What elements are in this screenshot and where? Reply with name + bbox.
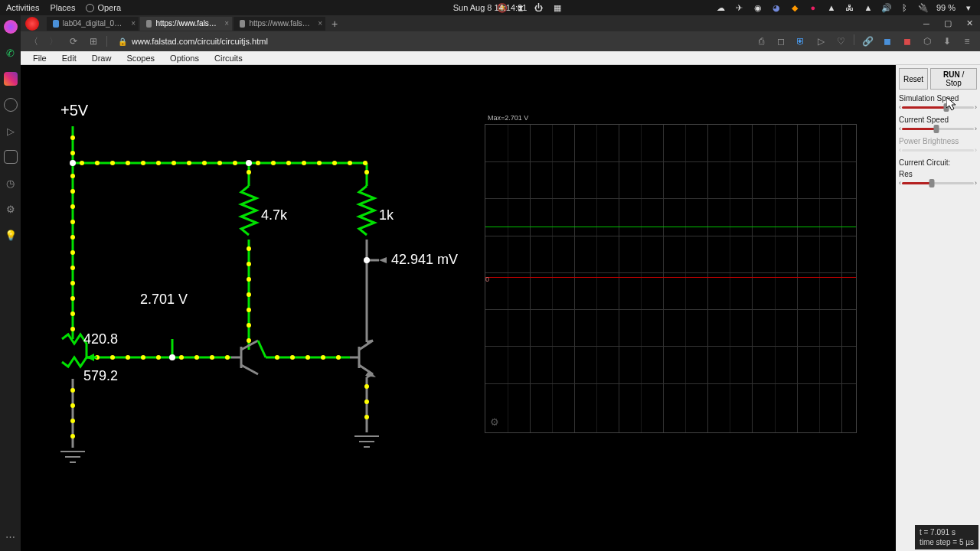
tab-2[interactable]: https://www.falstad.com/ ×: [234, 17, 325, 31]
chevron-left-icon[interactable]: ‹: [899, 103, 901, 111]
clock[interactable]: Sun Aug 8 14:14:01: [453, 3, 528, 12]
discord-icon[interactable]: ◕: [771, 2, 782, 13]
download-icon[interactable]: ⬇: [940, 34, 954, 48]
svg-point-31: [286, 161, 291, 165]
cloud-icon[interactable]: ☁: [716, 2, 727, 13]
status-box: t = 7.091 s time step = 5 µs: [915, 525, 978, 549]
battery[interactable]: 99 %: [936, 3, 956, 12]
svg-point-58: [110, 355, 115, 360]
circuit-label: Current Circuit:: [899, 158, 977, 167]
dock-gear-icon[interactable]: ⚙: [4, 202, 18, 216]
svg-point-59: [126, 355, 130, 360]
chevron-right-icon[interactable]: ›: [975, 179, 977, 187]
chevron-left-icon[interactable]: ‹: [899, 125, 901, 132]
tray-icon-1[interactable]: ◆: [789, 2, 800, 13]
dock-circle-icon[interactable]: [4, 98, 18, 112]
opera-logo-icon[interactable]: [25, 17, 39, 31]
back-button[interactable]: 〈: [27, 34, 41, 48]
telegram-icon[interactable]: ✈: [734, 2, 745, 13]
menu-circuits[interactable]: Circuits: [207, 54, 250, 63]
reload-button[interactable]: ⟳: [67, 34, 80, 48]
bluetooth-icon[interactable]: ᛒ: [900, 2, 910, 13]
network-icon[interactable]: 🖧: [844, 2, 855, 13]
tray-icon-3[interactable]: ▲: [826, 2, 837, 13]
calendar-icon[interactable]: ▦: [552, 2, 563, 13]
plug-icon[interactable]: 🔌: [918, 2, 929, 13]
close-icon[interactable]: ×: [318, 19, 322, 28]
easy-setup-icon[interactable]: ≡: [960, 34, 974, 48]
url-field[interactable]: 🔒 www.falstad.com/circuit/circuitjs.html: [113, 34, 748, 49]
chevron-left-icon[interactable]: ‹: [899, 179, 901, 187]
link-icon[interactable]: 🔗: [861, 34, 874, 48]
maximize-button[interactable]: ▢: [937, 15, 959, 31]
close-icon[interactable]: ×: [131, 19, 136, 28]
svg-point-70: [336, 355, 341, 360]
dock-more-icon[interactable]: ⋯: [4, 530, 18, 543]
close-icon[interactable]: ×: [224, 19, 229, 28]
svg-point-72: [70, 403, 75, 408]
circuit-canvas[interactable]: +5V 4.7k 1k 42.941 mV 2.701 V 420.8 579.…: [21, 65, 980, 551]
url-icon-1[interactable]: ⎙: [754, 34, 768, 48]
dock-bulb-icon[interactable]: 💡: [4, 228, 18, 242]
messenger-icon[interactable]: [4, 20, 18, 34]
ext-icon-2[interactable]: ◼: [900, 34, 914, 48]
minimize-button[interactable]: ─: [916, 15, 937, 31]
label-rtop: 420.8: [83, 331, 118, 347]
tray-icon-2[interactable]: ●: [808, 2, 818, 13]
menu-draw[interactable]: Draw: [84, 54, 119, 63]
activities[interactable]: Activities: [6, 3, 39, 12]
chevron-right-icon[interactable]: ›: [975, 125, 977, 132]
scope-max-label: Max=2.701 V: [488, 114, 528, 122]
svg-point-27: [217, 161, 222, 165]
scope-trace-green: [485, 227, 856, 227]
instagram-icon[interactable]: [4, 72, 18, 86]
svg-line-88: [367, 341, 373, 342]
menu-file[interactable]: File: [25, 54, 54, 63]
circuit-app: File Edit Draw Scopes Options Circuits: [21, 51, 980, 551]
opera-menu[interactable]: Opera: [86, 3, 121, 12]
dock-clock-icon[interactable]: ◷: [4, 176, 18, 190]
camera-icon[interactable]: ◻: [774, 34, 788, 48]
apps-button[interactable]: ⊞: [87, 34, 100, 48]
menu-edit[interactable]: Edit: [54, 54, 84, 63]
wifi-icon[interactable]: ▲: [863, 2, 874, 13]
scope[interactable]: Max=2.701 V: [485, 124, 857, 433]
svg-point-16: [70, 135, 75, 140]
sim-speed-slider[interactable]: ‹ ›: [899, 103, 977, 111]
svg-point-23: [156, 161, 161, 165]
label-r1: 4.7k: [261, 207, 287, 223]
shield-icon[interactable]: ⛨: [794, 34, 808, 48]
volume-icon[interactable]: 🔊: [881, 2, 892, 13]
steam-icon[interactable]: ◉: [753, 2, 763, 13]
menu-bar: File Edit Draw Scopes Options Circuits: [21, 51, 980, 65]
heart-icon[interactable]: ♡: [834, 34, 848, 48]
tab-1[interactable]: https://www.falstad.com/ ×: [140, 17, 232, 31]
menu-scopes[interactable]: Scopes: [119, 54, 162, 63]
forward-button[interactable]: 〉: [47, 34, 60, 48]
favicon-icon: [53, 20, 59, 28]
menu-options[interactable]: Options: [162, 54, 207, 63]
cube-icon[interactable]: ⬡: [920, 34, 934, 48]
run-stop-button[interactable]: RUN / Stop: [930, 68, 977, 90]
tab-add-button[interactable]: +: [327, 18, 342, 30]
dock-square-icon[interactable]: [4, 150, 18, 164]
close-window-button[interactable]: ✕: [959, 15, 980, 31]
res-slider[interactable]: ‹ ›: [899, 179, 977, 187]
chevron-right-icon[interactable]: ›: [975, 103, 977, 111]
label-vnode: 2.701 V: [140, 292, 188, 308]
svg-point-73: [70, 419, 75, 423]
places[interactable]: Places: [50, 3, 75, 12]
ext-icon-1[interactable]: ◼: [880, 34, 894, 48]
svg-point-51: [247, 277, 251, 282]
tab-0[interactable]: lab04_digital_02_2021 ×: [47, 17, 139, 31]
svg-point-77: [364, 415, 369, 419]
reset-button[interactable]: Reset: [899, 68, 928, 90]
chevron-down-icon[interactable]: ▾: [963, 2, 974, 13]
cur-speed-slider[interactable]: ‹ ›: [899, 125, 977, 132]
dock-play-icon[interactable]: ▷: [4, 124, 18, 138]
power-icon[interactable]: ⏻: [534, 2, 544, 13]
scope-gear-icon[interactable]: ⚙: [490, 416, 499, 428]
svg-line-83: [258, 341, 266, 357]
whatsapp-icon[interactable]: ✆: [4, 46, 18, 60]
play-icon[interactable]: ▷: [814, 34, 828, 48]
